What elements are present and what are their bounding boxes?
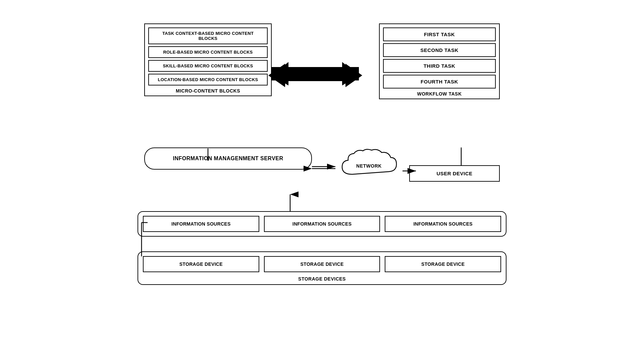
workflow-caption: WORKFLOW TASK: [417, 91, 462, 97]
storage-device-1: STORAGE DEVICE: [143, 256, 259, 272]
network-label: NETWORK: [356, 163, 382, 169]
storage-device-2: STORAGE DEVICE: [264, 256, 380, 272]
third-task: THIRD TASK: [383, 59, 496, 73]
info-source-1: INFORMATION SOURCES: [143, 216, 259, 232]
location-based-block: LOCATION-BASED MICRO CONTENT BLOCKS: [148, 74, 268, 85]
task-context-block: TASK CONTEXT-BASED MICRO CONTENT BLOCKS: [148, 27, 268, 44]
storage-outer-container: STORAGE DEVICE STORAGE DEVICE STORAGE DE…: [138, 251, 506, 285]
info-source-3: INFORMATION SOURCES: [385, 216, 501, 232]
double-arrow: [268, 60, 362, 90]
storage-inner-container: STORAGE DEVICE STORAGE DEVICE STORAGE DE…: [143, 256, 501, 272]
diagram: TASK CONTEXT-BASED MICRO CONTENT BLOCKS …: [138, 17, 506, 345]
info-sources-container: INFORMATION SOURCES INFORMATION SOURCES …: [138, 211, 506, 237]
second-task: SECOND TASK: [383, 43, 496, 57]
double-arrow-svg: [268, 60, 362, 90]
info-management-server: INFORMATION MANAGENMENT SERVER: [144, 147, 312, 170]
user-device: USER DEVICE: [409, 165, 500, 182]
skill-based-block: SKILL-BASED MICRO CONTENT BLOCKS: [148, 60, 268, 72]
fourth-task: FOURTH TASK: [383, 75, 496, 88]
first-task: FIRST TASK: [383, 27, 496, 41]
network-cloud: NETWORK: [335, 147, 402, 184]
info-source-2: INFORMATION SOURCES: [264, 216, 380, 232]
storage-caption: STORAGE DEVICES: [298, 276, 346, 282]
micro-content-caption: MICRO-CONTENT BLOCKS: [176, 88, 240, 94]
micro-content-container: TASK CONTEXT-BASED MICRO CONTENT BLOCKS …: [144, 23, 272, 96]
workflow-container: FIRST TASK SECOND TASK THIRD TASK FOURTH…: [379, 23, 500, 99]
storage-device-3: STORAGE DEVICE: [385, 256, 501, 272]
role-based-block: ROLE-BASED MICRO CONTENT BLOCKS: [148, 46, 268, 58]
